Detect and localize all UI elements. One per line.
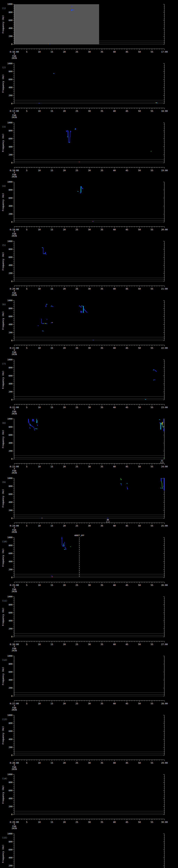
time-tick-label: 35 <box>100 821 103 824</box>
time-tick-label: 45 <box>125 110 128 112</box>
y-tick-label: 200 <box>8 94 12 97</box>
time-tick-label: 55 <box>151 584 153 586</box>
event-trace <box>32 419 34 422</box>
time-tick-label: 55 <box>151 524 153 527</box>
event-trace <box>41 319 43 324</box>
time-tick-label: 40 <box>113 228 116 231</box>
event-trace <box>159 423 160 424</box>
panel-index-label: (2) <box>2 66 6 69</box>
time-tick-label: 55 <box>151 169 153 172</box>
y-axis-title: Frequency (Hz) <box>2 371 4 389</box>
time-tick-label: 55 <box>151 702 153 705</box>
end-time-label: 25:00 <box>161 524 168 527</box>
y-axis-title: Frequency (Hz) <box>2 193 4 211</box>
panel-index-label: (6) <box>2 303 6 306</box>
end-time-label: 27:00 <box>161 643 168 646</box>
time-tick-label: 30 <box>88 821 91 824</box>
event-trace <box>71 10 72 10</box>
time-tick-label: 10 <box>38 347 40 349</box>
event-trace <box>42 248 46 254</box>
end-time-label: 28:00 <box>161 702 168 705</box>
data-gap-region <box>14 4 99 44</box>
time-tick-label: 15 <box>51 287 53 290</box>
y-tick-label: 400 <box>8 146 12 148</box>
time-tick-label: 30 <box>88 347 91 349</box>
y-tick-label: 1000 <box>7 655 12 657</box>
date-label: 2026 <box>12 412 17 415</box>
time-tick-label: 25 <box>76 584 78 586</box>
time-tick-label: 50 <box>138 465 141 468</box>
time-tick-label: 5 <box>26 110 27 112</box>
y-tick-label: 800 <box>8 485 12 488</box>
time-tick-label: 25 <box>76 702 78 705</box>
event-trace <box>67 130 68 136</box>
panel-index-label: (13) <box>2 718 7 721</box>
y-tick-label: 1000 <box>7 417 12 420</box>
date-label: 2026 <box>12 531 17 533</box>
time-tick-label: 25 <box>76 228 78 231</box>
event-trace <box>162 488 163 488</box>
time-tick-label: 10 <box>38 762 40 764</box>
time-tick-label: 50 <box>138 51 141 53</box>
y-tick-label: 200 <box>8 627 12 630</box>
y-tick-label: 600 <box>8 671 12 673</box>
event-trace <box>121 484 121 485</box>
time-tick-label: 30 <box>88 51 91 53</box>
panel-index-label: (3) <box>2 125 6 128</box>
y-tick-label: 800 <box>8 129 12 132</box>
time-tick-label: 10 <box>38 643 40 646</box>
time-tick-label: 30 <box>88 110 91 112</box>
time-tick-label: 35 <box>100 584 103 586</box>
time-tick-label: 45 <box>125 643 128 646</box>
end-time-label: 22:00 <box>161 347 168 349</box>
event-trace <box>78 191 78 192</box>
y-tick-label: 800 <box>8 603 12 606</box>
time-tick-label: 15 <box>51 821 53 824</box>
spectrogram-panel: 02004006008001000Frequency (Hz)(11)51015… <box>2 595 168 652</box>
event-trace <box>82 306 83 306</box>
event-annotation: 2.2 <box>106 521 109 523</box>
time-tick-label: 30 <box>88 524 91 527</box>
y-tick-label: 800 <box>8 840 12 843</box>
y-tick-label: 0 <box>11 398 12 401</box>
time-tick-label: 5 <box>26 169 27 172</box>
event-trace <box>51 322 52 323</box>
y-tick-label: 200 <box>8 687 12 689</box>
time-tick-label: 50 <box>138 702 141 705</box>
time-tick-label: 50 <box>138 762 141 764</box>
time-tick-label: 25 <box>76 465 78 468</box>
time-tick-label: 45 <box>125 584 128 586</box>
end-time-label: 30:00 <box>161 821 168 824</box>
y-tick-label: 400 <box>8 501 12 503</box>
time-tick-label: 20 <box>63 584 65 586</box>
time-tick-label: 35 <box>100 287 103 290</box>
y-tick-label: 0 <box>11 339 12 342</box>
event-annotation: 80 <box>107 519 109 521</box>
time-tick-label: 10 <box>38 110 40 112</box>
time-tick-label: 5 <box>26 524 27 527</box>
y-tick-label: 0 <box>11 43 12 45</box>
time-tick-label: 25 <box>76 169 78 172</box>
spectrogram-stack: 02004006008001000Frequency (Hz)(1)510152… <box>0 0 178 868</box>
spectrogram-panel: 02004006008001000Frequency (Hz)(15)51015… <box>2 832 168 868</box>
spectrogram-panel: 02004006008001000Frequency (Hz)(10)51015… <box>2 534 168 593</box>
time-tick-label: 35 <box>100 465 103 468</box>
panel-index-label: (8) <box>2 422 6 424</box>
y-tick-label: 0 <box>11 102 12 105</box>
y-tick-label: 200 <box>8 35 12 37</box>
time-tick-label: 35 <box>100 51 103 53</box>
time-tick-label: 35 <box>100 169 103 172</box>
time-tick-label: 15 <box>51 702 53 705</box>
y-tick-label: 400 <box>8 205 12 207</box>
y-tick-label: 200 <box>8 331 12 334</box>
time-tick-label: 45 <box>125 762 128 764</box>
spectrogram-panel: 02004006008001000Frequency (Hz)(4)510152… <box>2 181 168 237</box>
event-trace <box>79 306 81 307</box>
y-tick-label: 600 <box>8 493 12 495</box>
time-tick-label: 40 <box>113 51 116 53</box>
time-tick-label: 45 <box>125 51 128 53</box>
date-label: 2026 <box>12 175 17 178</box>
y-tick-label: 1000 <box>7 477 12 479</box>
event-trace <box>62 537 62 545</box>
y-tick-label: 200 <box>8 450 12 452</box>
